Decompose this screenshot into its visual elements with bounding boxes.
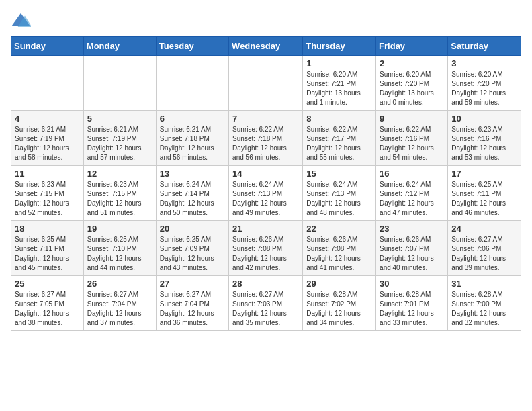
calendar-week-row-5: 25Sunrise: 6:27 AMSunset: 7:05 PMDayligh… (11, 276, 521, 331)
calendar-cell: 9Sunrise: 6:22 AMSunset: 7:16 PMDaylight… (376, 111, 448, 166)
col-header-saturday: Saturday (448, 37, 521, 56)
col-header-monday: Monday (83, 37, 156, 56)
calendar-cell: 25Sunrise: 6:27 AMSunset: 7:05 PMDayligh… (11, 276, 84, 331)
calendar-cell: 12Sunrise: 6:23 AMSunset: 7:15 PMDayligh… (83, 166, 156, 221)
calendar-cell (229, 56, 303, 111)
day-number: 5 (87, 113, 152, 124)
day-info: Sunrise: 6:27 AMSunset: 7:03 PMDaylight:… (232, 290, 299, 328)
day-number: 8 (306, 113, 372, 124)
day-number: 25 (15, 279, 80, 289)
day-info: Sunrise: 6:27 AMSunset: 7:04 PMDaylight:… (87, 290, 152, 328)
calendar-cell: 26Sunrise: 6:27 AMSunset: 7:04 PMDayligh… (83, 276, 156, 331)
calendar-cell (83, 56, 156, 111)
day-info: Sunrise: 6:27 AMSunset: 7:05 PMDaylight:… (15, 290, 80, 328)
day-number: 22 (306, 224, 372, 234)
day-number: 2 (380, 58, 444, 68)
calendar-cell (156, 56, 228, 111)
day-number: 17 (451, 169, 517, 179)
calendar-cell: 5Sunrise: 6:21 AMSunset: 7:19 PMDaylight… (83, 111, 156, 166)
day-number: 15 (306, 169, 372, 179)
col-header-tuesday: Tuesday (156, 37, 228, 56)
day-number: 16 (380, 169, 444, 179)
calendar-cell: 18Sunrise: 6:25 AMSunset: 7:11 PMDayligh… (11, 221, 84, 276)
calendar-cell: 19Sunrise: 6:25 AMSunset: 7:10 PMDayligh… (83, 221, 156, 276)
day-info: Sunrise: 6:22 AMSunset: 7:18 PMDaylight:… (232, 125, 299, 163)
day-info: Sunrise: 6:27 AMSunset: 7:04 PMDaylight:… (160, 290, 225, 328)
day-number: 29 (306, 279, 372, 289)
day-info: Sunrise: 6:20 AMSunset: 7:21 PMDaylight:… (306, 70, 372, 107)
calendar-cell: 28Sunrise: 6:27 AMSunset: 7:03 PMDayligh… (229, 276, 303, 331)
calendar-cell: 14Sunrise: 6:24 AMSunset: 7:13 PMDayligh… (229, 166, 303, 221)
day-info: Sunrise: 6:22 AMSunset: 7:17 PMDaylight:… (306, 125, 372, 163)
calendar-cell: 8Sunrise: 6:22 AMSunset: 7:17 PMDaylight… (303, 111, 376, 166)
day-number: 7 (232, 113, 299, 124)
day-number: 9 (380, 113, 444, 124)
day-info: Sunrise: 6:26 AMSunset: 7:08 PMDaylight:… (232, 235, 299, 273)
col-header-sunday: Sunday (11, 37, 84, 56)
calendar-cell: 13Sunrise: 6:24 AMSunset: 7:14 PMDayligh… (156, 166, 228, 221)
day-number: 11 (15, 169, 80, 179)
day-info: Sunrise: 6:21 AMSunset: 7:19 PMDaylight:… (87, 125, 152, 163)
day-info: Sunrise: 6:27 AMSunset: 7:06 PMDaylight:… (451, 235, 517, 273)
calendar-cell: 15Sunrise: 6:24 AMSunset: 7:13 PMDayligh… (303, 166, 376, 221)
day-number: 28 (232, 279, 299, 289)
col-header-thursday: Thursday (303, 37, 376, 56)
col-header-wednesday: Wednesday (229, 37, 303, 56)
day-number: 14 (232, 169, 299, 179)
day-number: 27 (160, 279, 225, 289)
day-number: 10 (451, 113, 517, 124)
calendar-week-row-2: 4Sunrise: 6:21 AMSunset: 7:19 PMDaylight… (11, 111, 521, 166)
day-number: 13 (160, 169, 225, 179)
day-info: Sunrise: 6:20 AMSunset: 7:20 PMDaylight:… (380, 70, 444, 107)
day-number: 19 (87, 224, 152, 234)
day-info: Sunrise: 6:24 AMSunset: 7:12 PMDaylight:… (380, 180, 444, 218)
day-number: 12 (87, 169, 152, 179)
calendar-cell: 7Sunrise: 6:22 AMSunset: 7:18 PMDaylight… (229, 111, 303, 166)
day-info: Sunrise: 6:21 AMSunset: 7:19 PMDaylight:… (15, 125, 80, 163)
day-info: Sunrise: 6:24 AMSunset: 7:14 PMDaylight:… (160, 180, 225, 218)
calendar-cell: 1Sunrise: 6:20 AMSunset: 7:21 PMDaylight… (303, 56, 376, 111)
day-info: Sunrise: 6:25 AMSunset: 7:09 PMDaylight:… (160, 235, 225, 273)
calendar-cell: 24Sunrise: 6:27 AMSunset: 7:06 PMDayligh… (448, 221, 521, 276)
calendar-cell: 11Sunrise: 6:23 AMSunset: 7:15 PMDayligh… (11, 166, 84, 221)
day-number: 4 (15, 113, 80, 124)
calendar-cell (11, 56, 84, 111)
calendar-cell: 4Sunrise: 6:21 AMSunset: 7:19 PMDaylight… (11, 111, 84, 166)
calendar-week-row-3: 11Sunrise: 6:23 AMSunset: 7:15 PMDayligh… (11, 166, 521, 221)
day-info: Sunrise: 6:28 AMSunset: 7:02 PMDaylight:… (306, 290, 372, 328)
day-info: Sunrise: 6:20 AMSunset: 7:20 PMDaylight:… (451, 70, 517, 107)
day-info: Sunrise: 6:22 AMSunset: 7:16 PMDaylight:… (380, 125, 444, 163)
day-number: 26 (87, 279, 152, 289)
day-number: 30 (380, 279, 444, 289)
day-info: Sunrise: 6:24 AMSunset: 7:13 PMDaylight:… (232, 180, 299, 218)
calendar-cell: 20Sunrise: 6:25 AMSunset: 7:09 PMDayligh… (156, 221, 228, 276)
calendar-cell: 30Sunrise: 6:28 AMSunset: 7:01 PMDayligh… (376, 276, 448, 331)
calendar-cell: 29Sunrise: 6:28 AMSunset: 7:02 PMDayligh… (303, 276, 376, 331)
day-info: Sunrise: 6:25 AMSunset: 7:11 PMDaylight:… (451, 180, 517, 218)
calendar-cell: 16Sunrise: 6:24 AMSunset: 7:12 PMDayligh… (376, 166, 448, 221)
day-info: Sunrise: 6:21 AMSunset: 7:18 PMDaylight:… (160, 125, 225, 163)
calendar-cell: 17Sunrise: 6:25 AMSunset: 7:11 PMDayligh… (448, 166, 521, 221)
day-number: 23 (380, 224, 444, 234)
day-info: Sunrise: 6:23 AMSunset: 7:15 PMDaylight:… (15, 180, 80, 218)
day-info: Sunrise: 6:26 AMSunset: 7:07 PMDaylight:… (380, 235, 444, 273)
calendar-cell: 22Sunrise: 6:26 AMSunset: 7:08 PMDayligh… (303, 221, 376, 276)
logo (11, 11, 34, 31)
calendar-cell: 21Sunrise: 6:26 AMSunset: 7:08 PMDayligh… (229, 221, 303, 276)
col-header-friday: Friday (376, 37, 448, 56)
day-number: 1 (306, 58, 372, 68)
calendar-cell: 31Sunrise: 6:28 AMSunset: 7:00 PMDayligh… (448, 276, 521, 331)
day-info: Sunrise: 6:23 AMSunset: 7:16 PMDaylight:… (451, 125, 517, 163)
calendar-cell: 10Sunrise: 6:23 AMSunset: 7:16 PMDayligh… (448, 111, 521, 166)
calendar-cell: 6Sunrise: 6:21 AMSunset: 7:18 PMDaylight… (156, 111, 228, 166)
page-header (11, 11, 521, 31)
calendar-week-row-1: 1Sunrise: 6:20 AMSunset: 7:21 PMDaylight… (11, 56, 521, 111)
calendar-week-row-4: 18Sunrise: 6:25 AMSunset: 7:11 PMDayligh… (11, 221, 521, 276)
day-number: 24 (451, 224, 517, 234)
day-number: 20 (160, 224, 225, 234)
day-info: Sunrise: 6:25 AMSunset: 7:10 PMDaylight:… (87, 235, 152, 273)
day-number: 18 (15, 224, 80, 234)
day-number: 3 (451, 58, 517, 68)
day-info: Sunrise: 6:23 AMSunset: 7:15 PMDaylight:… (87, 180, 152, 218)
calendar-cell: 27Sunrise: 6:27 AMSunset: 7:04 PMDayligh… (156, 276, 228, 331)
